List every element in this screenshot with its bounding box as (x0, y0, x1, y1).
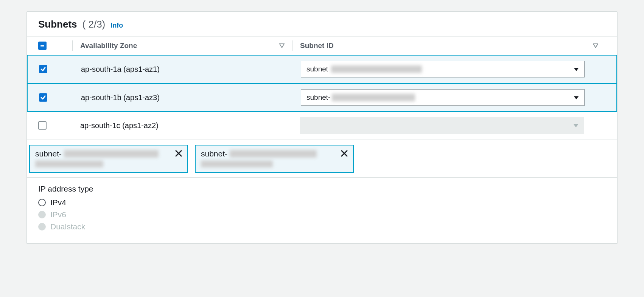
subnet-select[interactable]: subnet (301, 61, 585, 77)
column-divider (72, 40, 73, 51)
ip-address-type-section: IP address type IPv4 IPv6 Dualstack (27, 178, 617, 243)
subnets-panel: Subnets ( 2/3) Info Availability Zone Su… (26, 11, 618, 244)
subnet-select-disabled (300, 117, 584, 134)
ip-address-type-title: IP address type (38, 184, 606, 193)
caret-down-icon (574, 65, 579, 73)
az-label: ap-south-1a (aps1-az1) (81, 65, 160, 74)
radio-label: Dualstack (50, 222, 85, 231)
caret-down-icon (573, 121, 579, 130)
row-checkbox[interactable] (39, 65, 47, 73)
radio-label: IPv6 (50, 210, 66, 219)
radio-option-ipv4[interactable]: IPv4 (38, 198, 606, 207)
select-all-checkbox[interactable] (38, 42, 47, 50)
redacted-value (35, 161, 103, 167)
column-header-subnet[interactable]: Subnet ID (300, 42, 334, 50)
svg-rect-0 (40, 45, 44, 46)
close-icon[interactable] (174, 149, 183, 159)
radio-icon (38, 211, 46, 218)
subnet-chip: subnet- (29, 145, 188, 173)
redacted-value (64, 150, 159, 158)
radio-option-dualstack: Dualstack (38, 222, 606, 231)
table-row[interactable]: ap-south-1b (aps1-az3) subnet- (27, 83, 617, 112)
info-link[interactable]: Info (110, 22, 123, 29)
redacted-value (331, 65, 422, 73)
redacted-value (201, 161, 273, 167)
radio-icon[interactable] (38, 199, 46, 206)
sort-icon[interactable] (593, 42, 598, 50)
caret-down-icon (574, 93, 579, 102)
radio-icon (38, 223, 46, 230)
redacted-value (332, 94, 415, 101)
redacted-value (230, 150, 317, 158)
chip-prefix: subnet- (35, 149, 62, 158)
table-row[interactable]: ap-south-1a (aps1-az1) subnet (27, 55, 617, 84)
table-header-row: Availability Zone Subnet ID (27, 37, 617, 55)
az-label: ap-south-1c (aps1-az2) (80, 121, 159, 130)
close-icon[interactable] (340, 149, 348, 159)
panel-header: Subnets ( 2/3) Info (27, 12, 617, 37)
az-label: ap-south-1b (aps1-az3) (81, 93, 160, 102)
column-divider (292, 40, 292, 51)
subnet-select-value: subnet (306, 65, 328, 73)
radio-option-ipv6: IPv6 (38, 210, 606, 219)
selected-subnet-chips: subnet- subnet- (27, 139, 617, 178)
sort-icon[interactable] (279, 42, 285, 50)
row-checkbox[interactable] (38, 121, 47, 130)
subnet-select[interactable]: subnet- (301, 89, 585, 106)
table-row[interactable]: ap-south-1c (aps1-az2) (27, 112, 617, 139)
chip-prefix: subnet- (201, 149, 227, 158)
row-checkbox[interactable] (39, 93, 47, 102)
subnet-select-value: subnet- (306, 93, 330, 102)
column-header-az[interactable]: Availability Zone (80, 42, 137, 50)
radio-label: IPv4 (50, 198, 66, 207)
panel-count: ( 2/3) (82, 19, 106, 30)
panel-title: Subnets (38, 19, 77, 30)
subnet-chip: subnet- (195, 145, 354, 173)
